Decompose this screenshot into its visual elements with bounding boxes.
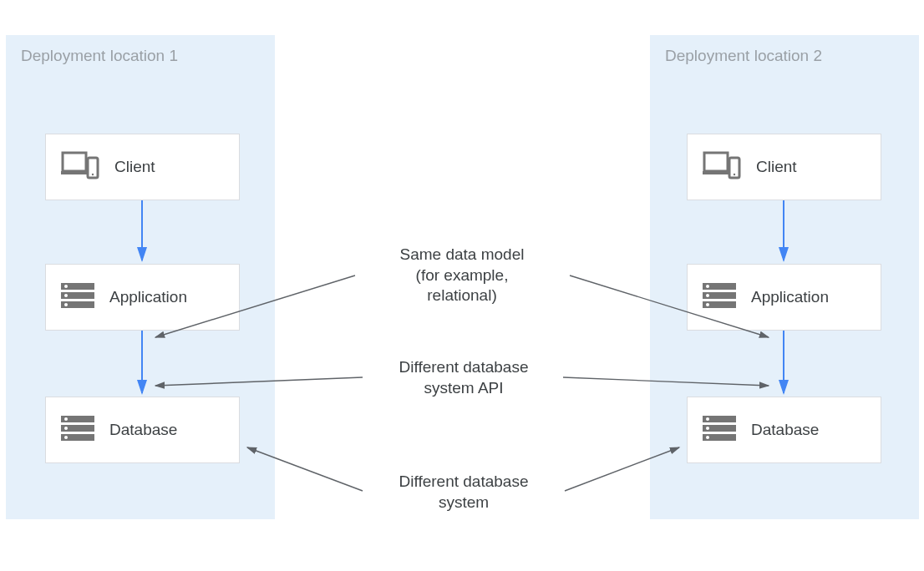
svg-point-23 bbox=[706, 285, 709, 288]
database-label: Database bbox=[751, 421, 819, 439]
client-box-right: Client bbox=[687, 134, 881, 200]
svg-rect-16 bbox=[704, 153, 728, 171]
client-label: Client bbox=[756, 158, 797, 176]
annotation-system: Different database system bbox=[368, 472, 560, 513]
svg-point-9 bbox=[64, 303, 68, 306]
svg-point-29 bbox=[706, 417, 709, 421]
svg-point-13 bbox=[64, 417, 68, 421]
server-icon bbox=[61, 283, 94, 311]
server-icon bbox=[61, 416, 94, 444]
application-label: Application bbox=[751, 288, 829, 306]
svg-rect-1 bbox=[61, 171, 88, 174]
server-icon bbox=[703, 283, 736, 311]
region-title-1: Deployment location 1 bbox=[21, 47, 260, 65]
svg-point-30 bbox=[706, 427, 709, 430]
region-title-2: Deployment location 2 bbox=[665, 47, 904, 65]
svg-point-31 bbox=[706, 436, 709, 439]
application-box-left: Application bbox=[45, 264, 240, 331]
database-box-right: Database bbox=[687, 397, 881, 463]
application-box-right: Application bbox=[687, 264, 881, 331]
svg-point-8 bbox=[64, 294, 68, 297]
svg-point-7 bbox=[64, 285, 68, 288]
client-box-left: Client bbox=[45, 134, 240, 200]
server-icon bbox=[703, 416, 736, 444]
svg-point-24 bbox=[706, 294, 709, 297]
application-label: Application bbox=[109, 288, 187, 306]
database-label: Database bbox=[109, 421, 177, 439]
annotation-data-model: Same data model (for example, relational… bbox=[358, 245, 566, 306]
svg-point-15 bbox=[64, 436, 68, 439]
database-box-left: Database bbox=[45, 397, 240, 463]
client-label: Client bbox=[114, 158, 155, 176]
svg-point-25 bbox=[706, 303, 709, 306]
annotation-api: Different database system API bbox=[368, 357, 560, 398]
svg-rect-0 bbox=[63, 153, 86, 171]
svg-point-19 bbox=[734, 174, 735, 175]
svg-point-14 bbox=[64, 427, 68, 430]
svg-rect-17 bbox=[703, 171, 729, 174]
devices-icon bbox=[703, 151, 741, 183]
devices-icon bbox=[61, 151, 99, 183]
svg-point-3 bbox=[92, 174, 94, 175]
